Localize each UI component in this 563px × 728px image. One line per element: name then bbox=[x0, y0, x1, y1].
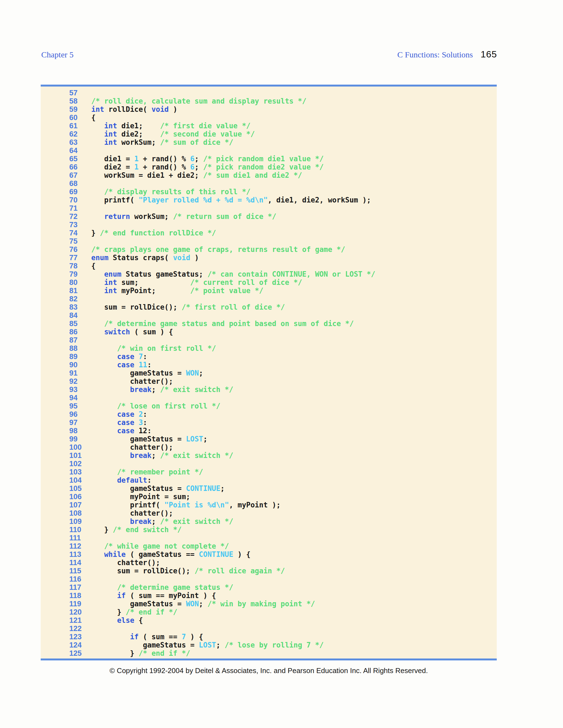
code-text: } /* end if */ bbox=[91, 608, 177, 616]
line-number: 62 bbox=[69, 130, 91, 138]
code-text: /* display results of this roll */ bbox=[91, 188, 250, 196]
code-line: 74} /* end function rollDice */ bbox=[41, 229, 497, 237]
code-line: 108 chatter(); bbox=[41, 509, 497, 517]
line-number: 101 bbox=[69, 451, 91, 460]
line-number: 85 bbox=[69, 319, 91, 328]
code-line: 94 bbox=[41, 394, 497, 402]
code-text: break; /* exit switch */ bbox=[91, 385, 233, 394]
code-line: 99 gameStatus = LOST; bbox=[41, 435, 497, 443]
code-text: /* determine game status and point based… bbox=[91, 319, 354, 328]
code-text: gameStatus = LOST; bbox=[91, 435, 207, 443]
code-line: 123 if ( sum == 7 ) { bbox=[41, 633, 497, 641]
code-line: 125 } /* end if */ bbox=[41, 649, 497, 657]
line-number: 102 bbox=[69, 460, 91, 468]
code-line: 68 bbox=[41, 179, 497, 188]
code-line: 86 switch ( sum ) { bbox=[41, 328, 497, 336]
page-number: 165 bbox=[481, 49, 497, 60]
code-text: return workSum; /* return sum of dice */ bbox=[91, 212, 276, 221]
code-line: 113 while ( gameStatus == CONTINUE ) { bbox=[41, 550, 497, 558]
code-line: 78{ bbox=[41, 262, 497, 270]
code-line: 84 bbox=[41, 311, 497, 319]
line-number: 105 bbox=[69, 484, 91, 493]
code-text: chatter(); bbox=[91, 558, 160, 567]
line-number: 67 bbox=[69, 171, 91, 179]
code-line: 69 /* display results of this roll */ bbox=[41, 188, 497, 196]
code-text: } /* end if */ bbox=[91, 649, 190, 657]
code-text: chatter(); bbox=[91, 443, 173, 451]
code-line: 103 /* remember point */ bbox=[41, 468, 497, 476]
code-line: 117 /* determine game status */ bbox=[41, 583, 497, 591]
code-line: 76/* craps plays one game of craps, retu… bbox=[41, 245, 497, 254]
code-text: /* while game not complete */ bbox=[91, 542, 229, 550]
code-line: 83 sum = rollDice(); /* first roll of di… bbox=[41, 303, 497, 311]
code-line: 65 die1 = 1 + rand() % 6; /* pick random… bbox=[41, 155, 497, 163]
code-text: if ( sum == myPoint ) { bbox=[91, 591, 216, 600]
code-line: 88 /* win on first roll */ bbox=[41, 344, 497, 352]
code-text: while ( gameStatus == CONTINUE ) { bbox=[91, 550, 250, 558]
line-number: 117 bbox=[69, 583, 91, 591]
line-number: 90 bbox=[69, 361, 91, 369]
running-header: Chapter 5 C Functions: Solutions 165 bbox=[41, 49, 497, 60]
code-text: case 3: bbox=[91, 418, 147, 427]
code-line: 59int rollDice( void ) bbox=[41, 105, 497, 113]
code-line: 95 /* lose on first roll */ bbox=[41, 402, 497, 410]
code-line: 93 break; /* exit switch */ bbox=[41, 385, 497, 394]
line-number: 82 bbox=[69, 295, 91, 303]
code-line: 97 case 3: bbox=[41, 418, 497, 427]
code-text: enum Status gameStatus; /* can contain C… bbox=[91, 270, 375, 278]
line-number: 87 bbox=[69, 336, 91, 344]
code-text: gameStatus = CONTINUE; bbox=[91, 484, 224, 493]
code-text: printf( "Point is %d\n", myPoint ); bbox=[91, 501, 281, 509]
code-line: 120 } /* end if */ bbox=[41, 608, 497, 616]
line-number: 58 bbox=[69, 97, 91, 105]
code-line: 72 return workSum; /* return sum of dice… bbox=[41, 212, 497, 221]
code-text: /* roll dice, calculate sum and display … bbox=[91, 97, 307, 105]
line-number: 80 bbox=[69, 278, 91, 287]
code-text: workSum = die1 + die2; /* sum die1 and d… bbox=[91, 171, 302, 179]
code-line: 90 case 11: bbox=[41, 361, 497, 369]
code-text: /* lose on first roll */ bbox=[91, 402, 220, 410]
code-text: int rollDice( void ) bbox=[91, 105, 177, 113]
code-text: int sum; /* current roll of dice */ bbox=[91, 278, 302, 287]
code-text: break; /* exit switch */ bbox=[91, 451, 233, 460]
line-number: 115 bbox=[69, 567, 91, 575]
code-text: enum Status craps( void ) bbox=[91, 254, 199, 262]
line-number: 103 bbox=[69, 468, 91, 476]
code-line: 70 printf( "Player rolled %d + %d = %d\n… bbox=[41, 196, 497, 204]
code-line: 67 workSum = die1 + die2; /* sum die1 an… bbox=[41, 171, 497, 179]
line-number: 98 bbox=[69, 427, 91, 435]
line-number: 84 bbox=[69, 311, 91, 319]
code-line: 89 case 7: bbox=[41, 352, 497, 361]
line-number: 89 bbox=[69, 352, 91, 361]
code-line: 102 bbox=[41, 460, 497, 468]
code-line: 81 int myPoint; /* point value */ bbox=[41, 287, 497, 295]
line-number: 91 bbox=[69, 369, 91, 377]
line-number: 86 bbox=[69, 328, 91, 336]
code-line: 124 gameStatus = LOST; /* lose by rollin… bbox=[41, 641, 497, 649]
line-number: 123 bbox=[69, 633, 91, 641]
code-line: 87 bbox=[41, 336, 497, 344]
code-line: 109 break; /* exit switch */ bbox=[41, 517, 497, 526]
code-line: 122 bbox=[41, 624, 497, 633]
code-line: 100 chatter(); bbox=[41, 443, 497, 451]
code-text: } /* end function rollDice */ bbox=[91, 229, 216, 237]
line-number: 110 bbox=[69, 526, 91, 534]
code-text: case 11: bbox=[91, 361, 151, 369]
line-number: 109 bbox=[69, 517, 91, 526]
code-text: printf( "Player rolled %d + %d = %d\n", … bbox=[91, 196, 371, 204]
line-number: 75 bbox=[69, 237, 91, 245]
code-line: 112 /* while game not complete */ bbox=[41, 542, 497, 550]
line-number: 79 bbox=[69, 270, 91, 278]
code-text: /* determine game status */ bbox=[91, 583, 233, 591]
code-line: 71 bbox=[41, 204, 497, 212]
code-text: /* win on first roll */ bbox=[91, 344, 216, 352]
code-text: /* remember point */ bbox=[91, 468, 203, 476]
line-number: 112 bbox=[69, 542, 91, 550]
line-number: 57 bbox=[69, 89, 91, 97]
code-text: gameStatus = WON; /* win by making point… bbox=[91, 600, 315, 608]
code-line: 61 int die1; /* first die value */ bbox=[41, 122, 497, 130]
code-line: 58/* roll dice, calculate sum and displa… bbox=[41, 97, 497, 105]
line-number: 71 bbox=[69, 204, 91, 212]
code-text: case 12: bbox=[91, 427, 151, 435]
line-number: 108 bbox=[69, 509, 91, 517]
